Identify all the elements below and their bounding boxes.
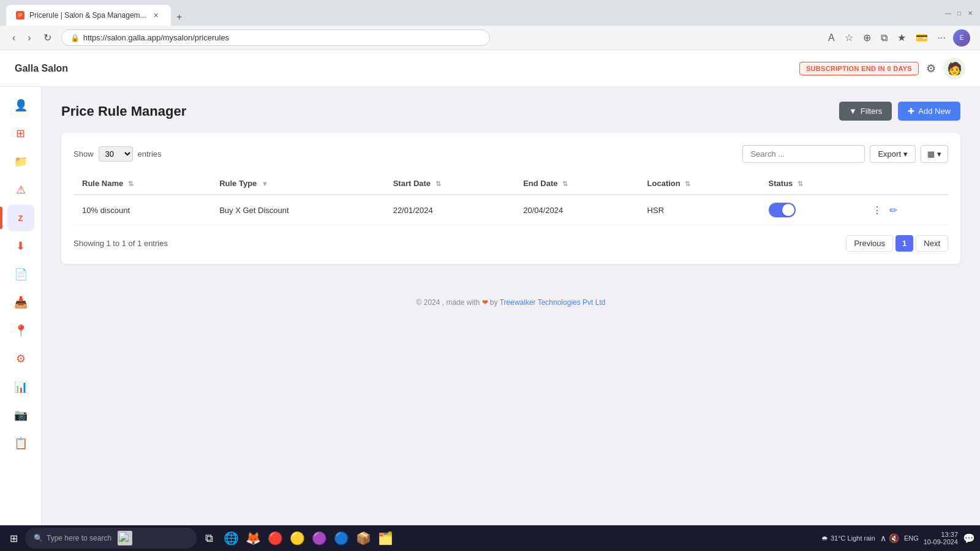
tab-close-button[interactable]: ✕ bbox=[151, 10, 161, 20]
system-icons: ∧ 🔇 bbox=[880, 533, 899, 538]
sidebar-icon-dashboard: ⊞ bbox=[7, 120, 34, 147]
settings-icon[interactable]: ⚙ bbox=[926, 62, 936, 75]
more-options-icon[interactable]: ⋮ bbox=[872, 204, 882, 216]
new-tab-button[interactable]: + bbox=[171, 9, 188, 26]
location-label: Location bbox=[647, 179, 680, 188]
back-button[interactable]: ‹ bbox=[10, 30, 18, 46]
footer-company-link[interactable]: Treewalker Technologies Pvt Ltd bbox=[500, 298, 606, 307]
price-rules-table: Rule Name ⇅ Rule Type ▼ Start Date ⇅ bbox=[74, 173, 948, 225]
grid-view-button[interactable]: ▦ ▾ bbox=[921, 145, 948, 163]
forward-button[interactable]: › bbox=[25, 30, 33, 46]
taskbar-weather: 🌧 31°C Light rain bbox=[821, 534, 875, 538]
mute-icon[interactable]: 🔇 bbox=[889, 533, 899, 538]
taskbar-search-logo bbox=[118, 531, 132, 538]
sidebar-item-camera[interactable]: 📷 bbox=[0, 402, 42, 429]
sidebar-icon-file: 📄 bbox=[7, 261, 34, 288]
cell-rule-type: Buy X Get Discount bbox=[211, 195, 385, 225]
sidebar-item-location[interactable]: 📍 bbox=[0, 317, 42, 344]
sidebar-item-download[interactable]: ⬇ bbox=[0, 233, 42, 260]
edit-icon[interactable]: ✏ bbox=[889, 204, 897, 216]
split-view-icon[interactable]: ⧉ bbox=[878, 30, 890, 46]
more-button[interactable]: ··· bbox=[935, 30, 948, 46]
sidebar-item-dashboard[interactable]: ⊞ bbox=[0, 120, 42, 147]
window-controls: — □ ✕ bbox=[944, 9, 974, 17]
refresh-button[interactable]: ↻ bbox=[41, 29, 54, 46]
filters-button[interactable]: ▼ Filters bbox=[839, 102, 892, 121]
taskbar-multitask-icon[interactable]: ⧉ bbox=[199, 528, 219, 538]
location-sort-icon[interactable]: ⇅ bbox=[685, 180, 690, 187]
show-label: Show bbox=[74, 149, 94, 159]
tab-title: Pricerule | Salon & Spa Managem... bbox=[29, 11, 146, 20]
sidebar-icon-folder: 📁 bbox=[7, 148, 34, 175]
status-sort-icon[interactable]: ⇅ bbox=[797, 180, 803, 187]
showing-text: Showing 1 to 1 of 1 entries bbox=[74, 239, 168, 248]
end-date-sort-icon[interactable]: ⇅ bbox=[562, 180, 568, 187]
sidebar-item-pricerule[interactable]: Z bbox=[0, 204, 42, 231]
sidebar-item-alert[interactable]: ⚠ bbox=[0, 176, 42, 203]
sidebar: 👤 ⊞ 📁 ⚠ Z ⬇ 📄 📥 bbox=[0, 87, 42, 538]
toggle-knob bbox=[782, 204, 794, 216]
search-input[interactable] bbox=[742, 145, 865, 163]
taskbar-app2-icon[interactable]: 🟣 bbox=[309, 528, 329, 538]
taskbar-chrome-icon[interactable]: 🟡 bbox=[287, 528, 307, 538]
minimize-button[interactable]: — bbox=[944, 9, 952, 17]
page-actions: ▼ Filters ✚ Add New bbox=[839, 102, 960, 121]
cell-end-date: 20/04/2024 bbox=[514, 195, 638, 225]
sidebar-item-file[interactable]: 📄 bbox=[0, 261, 42, 288]
start-date-sort-icon[interactable]: ⇅ bbox=[435, 180, 441, 187]
taskbar-store-icon[interactable]: 📦 bbox=[353, 528, 373, 538]
entries-select[interactable]: 30 10 25 50 100 bbox=[99, 146, 133, 162]
sidebar-item-import[interactable]: 📥 bbox=[0, 289, 42, 316]
page-title: Price Rule Manager bbox=[61, 103, 186, 119]
sidebar-icon-report: 📊 bbox=[7, 373, 34, 400]
sidebar-item-folder[interactable]: 📁 bbox=[0, 148, 42, 175]
expand-tray-icon[interactable]: ∧ bbox=[880, 533, 886, 538]
rule-type-sort-icon[interactable]: ▼ bbox=[262, 180, 268, 187]
rule-name-sort-icon[interactable]: ⇅ bbox=[128, 180, 134, 187]
add-new-button[interactable]: ✚ Add New bbox=[898, 102, 960, 121]
wallet-icon[interactable]: 💳 bbox=[913, 29, 930, 46]
sidebar-icon-download: ⬇ bbox=[7, 233, 34, 260]
notification-icon[interactable]: 💬 bbox=[963, 533, 975, 538]
translate-icon[interactable]: A bbox=[826, 30, 837, 46]
sidebar-item-report[interactable]: 📊 bbox=[0, 373, 42, 400]
user-avatar[interactable]: 🧑 bbox=[943, 58, 965, 80]
start-date-label: Start Date bbox=[393, 179, 431, 188]
export-button[interactable]: Export ▾ bbox=[870, 145, 916, 163]
top-bar-right: SUBSCRIPTION END IN 0 DAYS ⚙ 🧑 bbox=[799, 58, 965, 80]
page-1-button[interactable]: 1 bbox=[895, 235, 913, 252]
footer-heart-icon: ❤ bbox=[482, 298, 490, 307]
browser-profile-avatar[interactable]: E bbox=[953, 29, 970, 47]
bookmark-icon[interactable]: ☆ bbox=[842, 29, 856, 46]
url-bar[interactable]: 🔒 https://salon.galla.app/mysalon/pricer… bbox=[61, 29, 490, 46]
taskbar-app3-icon[interactable]: 🔵 bbox=[331, 528, 351, 538]
sidebar-icon-settings: ⚙ bbox=[7, 345, 34, 372]
status-toggle[interactable] bbox=[769, 203, 796, 217]
taskbar-files-icon[interactable]: 🗂️ bbox=[375, 528, 395, 538]
sidebar-item-settings[interactable]: ⚙ bbox=[0, 345, 42, 372]
col-start-date: Start Date ⇅ bbox=[385, 173, 515, 195]
favorites-icon[interactable]: ★ bbox=[895, 29, 908, 46]
browser-extensions-icon[interactable]: ⊕ bbox=[861, 29, 873, 46]
start-button[interactable]: ⊞ bbox=[5, 530, 23, 538]
sidebar-icon-alert: ⚠ bbox=[7, 176, 34, 203]
taskbar-edge-icon[interactable]: 🌐 bbox=[221, 528, 241, 538]
col-location: Location ⇅ bbox=[639, 173, 760, 195]
taskbar-firefox-icon[interactable]: 🦊 bbox=[243, 528, 263, 538]
taskbar-search[interactable]: 🔍 Type here to search bbox=[25, 528, 197, 538]
entries-label: entries bbox=[138, 149, 162, 159]
status-label: Status bbox=[769, 179, 793, 188]
maximize-button[interactable]: □ bbox=[956, 9, 963, 17]
table-header: Rule Name ⇅ Rule Type ▼ Start Date ⇅ bbox=[74, 173, 948, 195]
taskbar-time-display: 13:37 bbox=[941, 531, 958, 538]
cell-status bbox=[760, 195, 864, 225]
close-button[interactable]: ✕ bbox=[967, 9, 974, 17]
salon-name: Galla Salon bbox=[15, 63, 68, 74]
taskbar-app1-icon[interactable]: 🔴 bbox=[265, 528, 285, 538]
sidebar-item-profile[interactable]: 👤 bbox=[0, 92, 42, 119]
grid-icon: ▦ bbox=[927, 149, 935, 159]
next-button[interactable]: Next bbox=[916, 235, 948, 252]
active-tab[interactable]: P Pricerule | Salon & Spa Managem... ✕ bbox=[6, 5, 171, 26]
previous-button[interactable]: Previous bbox=[846, 235, 893, 252]
sidebar-item-list[interactable]: 📋 bbox=[0, 430, 42, 457]
